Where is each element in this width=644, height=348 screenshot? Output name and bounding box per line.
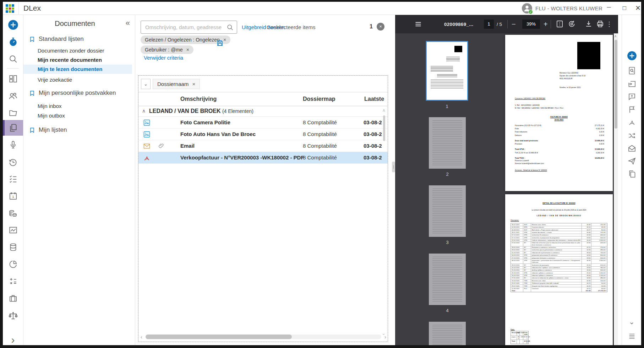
thumbnail-page-5[interactable] (429, 322, 466, 345)
nav-calculator-button[interactable] (3, 273, 23, 289)
table-row[interactable]: Foto Auto Hans Van De Broec 8 Comptabili… (138, 129, 388, 140)
splitter-handle[interactable] (392, 162, 395, 172)
nav-folders-button[interactable] (3, 105, 23, 121)
panel-splitter[interactable] (392, 15, 395, 345)
thumbnail-page-2[interactable] (429, 117, 466, 169)
viewer-scrollbar[interactable]: ∧ (614, 33, 618, 345)
pdf-page-1[interactable]: Monsieur Guy LEDAND Square des conduites… (505, 35, 613, 191)
remove-group-icon[interactable]: × (192, 81, 195, 87)
user-avatar[interactable]: ✓ (522, 3, 532, 13)
rail-list-button[interactable] (622, 330, 641, 342)
pdf-page-2[interactable]: DETAIL DE LA FACTURE N° 200003 Le présen… (505, 194, 613, 345)
nav-charts-button[interactable] (3, 222, 23, 238)
thumbnail-page-3[interactable] (429, 185, 466, 237)
detail-row: 01-03-2016EYrédaction de la présentation… (511, 251, 607, 254)
table-row[interactable]: Email 8 Comptabilité 03-08-2 (138, 140, 388, 152)
sidebar-item-te-lezen-documenten[interactable]: Mijn te lezen documenten (23, 65, 132, 74)
nav-search-button[interactable] (3, 51, 23, 67)
nav-add-button[interactable] (3, 17, 23, 33)
app-window: DLex ✓ FLU - WOLTERS KLUWER – □ ✕ (3, 2, 641, 345)
save-search-button[interactable] (217, 40, 223, 47)
download-button[interactable] (585, 20, 593, 28)
page-number-input[interactable]: 1 (484, 20, 494, 29)
action-flag-button[interactable] (622, 103, 641, 115)
sidebar-item-recente-documenten[interactable]: Mijn recente documenten (38, 55, 102, 65)
sidebar-item-mijn-inbox[interactable]: Mijn inbox (38, 102, 62, 111)
add-icon (8, 20, 18, 30)
column-omschrijving[interactable]: Omschrijving (180, 96, 217, 102)
scroll-up-icon[interactable]: ∧ (614, 34, 617, 38)
app-grid-icon[interactable] (6, 4, 14, 13)
nav-briefcase-button[interactable] (3, 290, 23, 306)
scrollbar-thumb[interactable] (146, 335, 292, 339)
scroll-right-icon[interactable]: › (384, 334, 386, 339)
action-add-comment-button[interactable] (622, 91, 641, 103)
action-pdf-tools-button[interactable] (622, 116, 641, 128)
document-list-panel: Uitgebreid zoeken Geselecteerde items 1 … (135, 15, 392, 345)
table-row[interactable]: Foto Camera Politie 8 Comptabilité 03-08… (138, 117, 388, 129)
thumbnail-page-1[interactable] (426, 41, 468, 100)
maximize-button[interactable]: □ (619, 3, 630, 13)
remove-filter-icon[interactable]: × (223, 37, 226, 43)
filter-chip-gebruiker[interactable]: Gebruiker : @me × (141, 45, 193, 54)
fit-page-button[interactable] (556, 20, 564, 28)
vertical-scrollbar-thumb[interactable] (383, 115, 385, 141)
nav-timer-button[interactable] (3, 34, 23, 50)
scroll-left-icon[interactable]: ‹ (141, 334, 142, 339)
nav-database-button[interactable] (3, 239, 23, 255)
nav-documents-button[interactable] (3, 120, 23, 136)
nav-tasks-button[interactable] (3, 171, 23, 187)
nav-contacts-button[interactable] (3, 88, 23, 104)
column-laatste[interactable]: Laatste (364, 96, 384, 102)
zoom-out-button[interactable]: − (512, 15, 516, 33)
table-row-selected[interactable]: Verkoopfactuur - N°VER200003 -WK180002 -… (138, 152, 388, 164)
group-by-chip[interactable]: Dossiernaam × (153, 79, 200, 89)
sidebar-item-vrije-zoekactie[interactable]: Vrije zoekactie (38, 75, 72, 85)
thumbnail-page-4[interactable] (429, 254, 466, 305)
nav-calendar-button[interactable]: 1 (3, 188, 23, 204)
scroll-up-icon[interactable]: ∧ (382, 108, 386, 113)
clear-criteria-link[interactable]: Verwijder criteria (144, 55, 183, 61)
zoom-in-button[interactable]: + (544, 15, 548, 33)
selected-items-label[interactable]: Geselecteerde items (267, 24, 316, 30)
thumbnail-label: 1 (429, 104, 465, 109)
rotate-button[interactable] (568, 20, 576, 28)
minimize-button[interactable]: – (604, 3, 614, 13)
group-dropdown-button[interactable]: ⌄ (141, 79, 151, 89)
nav-history-button[interactable] (3, 154, 23, 170)
collapse-group-icon[interactable]: ∧ (142, 108, 146, 114)
group-header-row[interactable]: ∧ LEDAND / VAN DE BROEK (4 Elementen) (138, 106, 388, 117)
nav-billing-button[interactable] (3, 205, 23, 221)
sidebar-collapse-button[interactable]: « (126, 18, 130, 28)
remove-filter-icon[interactable]: × (186, 47, 189, 53)
action-preview-button[interactable] (622, 65, 641, 77)
nav-dashboard-button[interactable] (3, 71, 23, 87)
nav-legal-button[interactable] (3, 308, 23, 324)
scrollbar-track[interactable] (146, 335, 381, 339)
sidebar-item-zonder-dossier[interactable]: Documenten zonder dossier (38, 46, 104, 55)
column-dossiermap[interactable]: Dossiermap (303, 96, 335, 102)
stopwatch-icon (9, 37, 18, 47)
close-button[interactable]: ✕ (633, 3, 641, 13)
viewer-scrollbar-thumb[interactable] (615, 40, 617, 129)
nav-reports-button[interactable] (3, 256, 23, 272)
flag-icon (628, 105, 636, 114)
sidebar-item-mijn-outbox[interactable]: Mijn outbox (38, 111, 65, 120)
more-options-button[interactable]: ⋮ (606, 15, 612, 33)
rail-expand-button[interactable]: › (3, 334, 23, 345)
print-button[interactable] (596, 20, 604, 28)
rail-scroll-down-icon[interactable]: ⌄ (622, 317, 641, 326)
frais-table: Description Qté Coût Coût total pages 38… (511, 331, 529, 344)
zoom-level[interactable]: 39% (522, 20, 540, 29)
search-icon[interactable] (227, 24, 234, 31)
action-copy-document-button[interactable] (622, 168, 641, 180)
action-route-button[interactable] (622, 130, 641, 142)
action-email-button[interactable] (622, 142, 641, 154)
clear-selection-button[interactable]: × (377, 23, 384, 31)
thumbnails-menu-button[interactable] (415, 15, 422, 33)
action-add-button[interactable] (622, 50, 641, 62)
nav-dictate-button[interactable] (3, 137, 23, 153)
search-input[interactable] (141, 24, 227, 30)
action-send-button[interactable] (622, 155, 641, 167)
action-move-to-dossier-button[interactable] (622, 78, 641, 90)
